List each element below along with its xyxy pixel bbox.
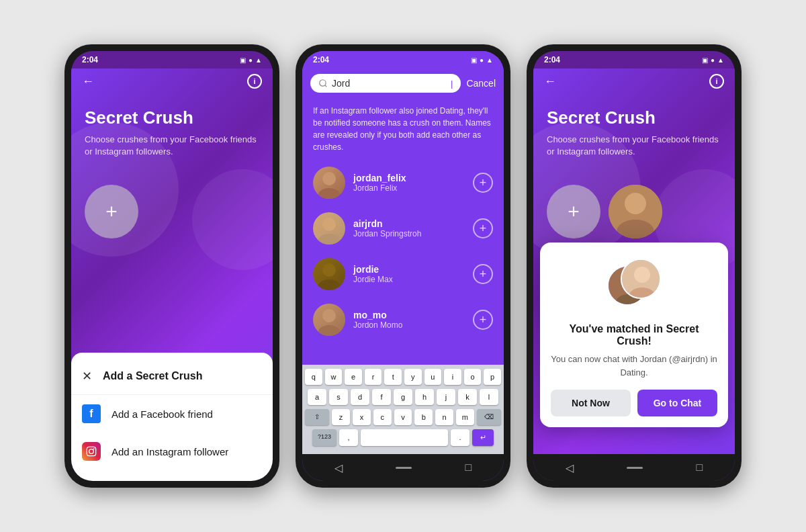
svg-point-28 — [634, 267, 650, 283]
result-username-1: airjrdn — [353, 218, 465, 229]
add-facebook-friend[interactable]: f Add a Facebook friend — [71, 395, 273, 433]
not-now-button[interactable]: Not Now — [551, 390, 631, 416]
result-info-2: jordie Jordie Max — [353, 264, 465, 284]
keyboard-row-3: ⇧ z x c v b n m ⌫ — [305, 409, 501, 425]
result-name-0: Jordan Felix — [353, 183, 465, 193]
cancel-button-2[interactable]: Cancel — [466, 78, 496, 89]
key-y[interactable]: y — [404, 369, 422, 385]
nav-home-3[interactable] — [627, 467, 643, 469]
add-button-1[interactable]: + — [473, 218, 493, 238]
back-button-3[interactable]: ← — [544, 75, 556, 89]
search-info-text: If an Instagram follower also joined Dat… — [313, 106, 491, 152]
key-z[interactable]: z — [332, 409, 350, 425]
nav-recent-3[interactable]: □ — [697, 461, 703, 474]
add-instagram-follower[interactable]: Add an Instagram follower — [71, 433, 273, 470]
key-delete[interactable]: ⌫ — [477, 409, 501, 425]
add-button-2[interactable]: + — [473, 264, 493, 284]
key-w[interactable]: w — [325, 369, 343, 385]
result-avatar-1 — [313, 212, 345, 245]
add-button-0[interactable]: + — [473, 173, 493, 193]
key-num[interactable]: ?123 — [312, 429, 337, 446]
screen-title-3: Secret Crush — [547, 107, 721, 128]
key-x[interactable]: x — [353, 409, 371, 425]
app-header-3: ← i — [533, 69, 735, 94]
key-k[interactable]: k — [458, 389, 477, 405]
key-v[interactable]: v — [394, 409, 412, 425]
key-c[interactable]: c — [373, 409, 392, 425]
battery-icon-3: ▲ — [717, 56, 724, 64]
key-l[interactable]: l — [480, 389, 498, 405]
person-svg-1 — [313, 212, 345, 245]
result-item-0[interactable]: jordan_felix Jordan Felix + — [302, 160, 504, 206]
crush-circles-1: + — [85, 185, 259, 238]
search-info-box: If an Instagram follower also joined Dat… — [302, 98, 504, 160]
keyboard-row-1: q w e r t y u i o p — [305, 369, 501, 385]
key-n[interactable]: n — [435, 409, 453, 425]
key-o[interactable]: o — [464, 369, 482, 385]
key-s[interactable]: s — [329, 389, 348, 405]
keyboard: q w e r t y u i o p a s d f g h — [302, 365, 504, 454]
status-time-2: 2:04 — [313, 55, 329, 64]
instagram-label-1: Add an Instagram follower — [111, 446, 228, 457]
key-b[interactable]: b — [414, 409, 433, 425]
wifi-icon-1: ● — [249, 56, 253, 64]
nav-recent-2[interactable]: □ — [465, 461, 472, 474]
result-name-2: Jordie Max — [353, 275, 465, 284]
key-a[interactable]: a — [308, 389, 326, 405]
key-r[interactable]: r — [365, 369, 382, 385]
info-button-1[interactable]: i — [247, 74, 262, 89]
key-space[interactable] — [361, 429, 448, 446]
key-i[interactable]: i — [444, 369, 461, 385]
phone-3-screen: 2:04 ▣ ● ▲ ← i Secret Crush Choose crush… — [533, 51, 735, 481]
key-j[interactable]: j — [437, 389, 455, 405]
key-shift[interactable]: ⇧ — [305, 409, 329, 425]
result-item-3[interactable]: mo_mo Jordon Momo + — [302, 297, 504, 343]
nav-home-2[interactable] — [396, 467, 412, 469]
key-h[interactable]: h — [415, 389, 434, 405]
close-icon-1[interactable]: ✕ — [82, 369, 92, 384]
key-enter[interactable]: ↵ — [472, 429, 494, 446]
screen-subtitle-3: Choose crushes from your Facebook friend… — [547, 134, 721, 158]
add-button-3[interactable]: + — [473, 310, 493, 330]
key-g[interactable]: g — [394, 389, 412, 405]
result-item-1[interactable]: airjrdn Jordan Springstroh + — [302, 206, 504, 251]
key-period[interactable]: . — [451, 429, 469, 446]
key-t[interactable]: t — [384, 369, 402, 385]
result-username-2: jordie — [353, 264, 465, 275]
status-bar-3: 2:04 ▣ ● ▲ — [533, 51, 735, 69]
search-bar-container: Jord | Cancel — [302, 69, 504, 98]
back-button-1[interactable]: ← — [82, 75, 94, 89]
key-m[interactable]: m — [456, 409, 474, 425]
key-comma[interactable]: , — [339, 429, 358, 446]
result-name-3: Jordon Momo — [353, 320, 465, 330]
key-f[interactable]: f — [372, 389, 391, 405]
info-button-3[interactable]: i — [709, 74, 724, 89]
match-person-right — [622, 260, 661, 299]
result-info-1: airjrdn Jordan Springstroh — [353, 218, 465, 238]
phone-1: 2:04 ▣ ● ▲ ← i Secret Crush Choose crush… — [64, 44, 279, 488]
status-bar-2: 2:04 ▣ ● ▲ — [302, 51, 504, 69]
bottom-sheet-title-1: Add a Secret Crush — [103, 370, 202, 382]
add-crush-circle-1[interactable]: + — [85, 185, 138, 238]
go-to-chat-button[interactable]: Go to Chat — [637, 390, 717, 416]
match-actions: Not Now Go to Chat — [551, 390, 717, 416]
result-info-3: mo_mo Jordon Momo — [353, 310, 465, 330]
key-e[interactable]: e — [345, 369, 362, 385]
svg-point-5 — [318, 188, 340, 199]
app-header-1: ← i — [71, 69, 273, 94]
key-p[interactable]: p — [484, 369, 501, 385]
nav-back-2[interactable]: ◁ — [334, 461, 343, 474]
match-avatars-container — [551, 259, 717, 312]
nav-back-3[interactable]: ◁ — [566, 461, 574, 474]
key-q[interactable]: q — [305, 369, 322, 385]
result-item-2[interactable]: jordie Jordie Max + — [302, 251, 504, 297]
battery-icon-1: ▲ — [255, 56, 262, 64]
key-u[interactable]: u — [424, 369, 442, 385]
add-crush-circle-3[interactable]: + — [547, 185, 600, 238]
svg-point-9 — [318, 279, 340, 290]
status-time-3: 2:04 — [544, 55, 560, 64]
search-input-wrap[interactable]: Jord | — [310, 74, 461, 93]
key-d[interactable]: d — [351, 389, 369, 405]
crush-person-svg-1 — [609, 185, 662, 238]
result-avatar-3 — [313, 304, 345, 336]
